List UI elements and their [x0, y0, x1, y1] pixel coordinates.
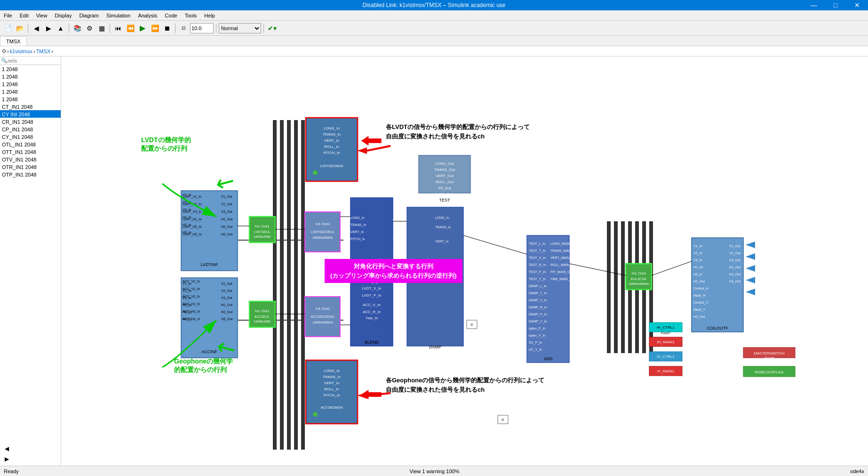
menu-view[interactable]: View: [32, 10, 51, 21]
svg-line-204: [463, 235, 527, 254]
svg-text:In1 Out1: In1 Out1: [255, 224, 270, 228]
sidebar-item-2[interactable]: 1 2048: [0, 73, 61, 80]
check-button[interactable]: ✔▾: [266, 23, 278, 34]
svg-text:cdsMuxMat: cdsMuxMat: [254, 320, 271, 323]
tab-tmsx[interactable]: TMSX: [0, 36, 27, 46]
sidebar-item-otl[interactable]: OTL_IN1 2048: [0, 140, 61, 148]
svg-text:LVDT2EUL: LVDT2EUL: [254, 230, 271, 234]
svg-text:DAMP_T_In: DAMP_T_In: [529, 291, 547, 295]
svg-text:H2_Out: H2_Out: [729, 273, 741, 276]
svg-text:H3_Out: H3_Out: [221, 317, 232, 321]
menu-display[interactable]: Display: [51, 10, 75, 21]
new-button[interactable]: 📄: [2, 23, 13, 34]
svg-text:Pit_Out: Pit_Out: [438, 186, 451, 190]
run-button[interactable]: ▶: [137, 23, 148, 34]
sim-time-input[interactable]: 10.0: [190, 23, 214, 33]
bc-k1vistmsx[interactable]: k1vistmsx: [10, 48, 32, 54]
svg-text:From5: From5: [764, 356, 774, 360]
sidebar-item-ott[interactable]: OTT_IN1 2048: [0, 148, 61, 155]
menu-analysis[interactable]: Analysis: [134, 10, 161, 21]
svg-text:H1_Out: H1_Out: [221, 303, 232, 307]
svg-text:TEST_V_In: TEST_V_In: [529, 256, 546, 260]
svg-text:TRANS_In: TRANS_In: [350, 223, 366, 227]
step-back-button[interactable]: ⏪: [125, 23, 136, 34]
svg-text:V1_Out: V1_Out: [221, 282, 232, 286]
svg-text:H2_In: H2_In: [693, 273, 702, 276]
svg-text:ACC_V3_In: ACC_V3_In: [183, 295, 200, 299]
sidebar-collapse-btn[interactable]: ◀: [2, 444, 11, 453]
simulink-canvas[interactable]: LVDTINF LDVT_V1_In LDVT_V2_In LDVT_V3_In…: [61, 56, 868, 466]
rewind-button[interactable]: ⏮: [112, 23, 124, 34]
svg-text:PITCH_In: PITCH_In: [323, 151, 340, 155]
sidebar-search[interactable]: 🔍: [0, 56, 61, 65]
search-icon: 🔍: [1, 57, 8, 64]
svg-text:H3_Out: H3_Out: [693, 280, 705, 283]
menu-simulation[interactable]: Simulation: [103, 10, 134, 21]
sidebar-item-1[interactable]: 1 2048: [0, 65, 61, 73]
forward-button[interactable]: ▶: [43, 23, 54, 34]
svg-point-77: [313, 170, 318, 175]
svg-text:V1_In: V1_In: [183, 193, 191, 197]
titlebar: Disabled Link: k1vistmsx/TMSX – Simulink…: [0, 0, 868, 10]
close-button[interactable]: ✕: [846, 0, 868, 10]
sidebar-item-otr[interactable]: OTR_IN1 2048: [0, 163, 61, 170]
svg-text:VERT_MAIN_Out: VERT_MAIN_Out: [550, 256, 576, 260]
sep3: [110, 24, 110, 33]
svg-text:ACC_R_In: ACC_R_In: [363, 310, 381, 314]
svg-text:V2_In: V2_In: [693, 251, 702, 255]
sidebar-item-3[interactable]: 1 2048: [0, 80, 61, 88]
zoom-fit-button[interactable]: ⊡: [178, 23, 189, 34]
open-button[interactable]: 📂: [14, 23, 25, 34]
svg-text:LONG_In: LONG_In: [435, 216, 449, 220]
sep5: [216, 24, 216, 33]
svg-text:V1_In: V1_In: [693, 244, 702, 248]
menu-help[interactable]: Help: [200, 10, 219, 21]
menu-diagram[interactable]: Diagram: [75, 10, 103, 21]
svg-text:LONG_Out: LONG_Out: [464, 216, 483, 220]
svg-text:cdsMuxMatrix: cdsMuxMatrix: [312, 236, 333, 239]
svg-text:WDBLOCKFLAG: WDBLOCKFLAG: [755, 370, 783, 374]
svg-text:DAMP_V_In: DAMP_V_In: [529, 299, 547, 302]
menu-edit[interactable]: Edit: [16, 10, 32, 21]
stop-button[interactable]: ⏹: [161, 23, 173, 34]
sim-mode-select[interactable]: Normal Accelerator Rapid Accelerator Ext…: [219, 23, 261, 33]
search-input[interactable]: [8, 58, 60, 64]
svg-text:V1_Out: V1_Out: [729, 244, 741, 248]
svg-text:Mask_H: Mask_H: [693, 294, 706, 298]
back-button[interactable]: ◀: [31, 23, 42, 34]
sidebar-item-cp[interactable]: CP_IN1 2048: [0, 125, 61, 133]
sidebar-item-4[interactable]: 1 2048: [0, 88, 61, 95]
sidebar-item-otv[interactable]: OTV_IN1 2048: [0, 155, 61, 163]
library-button[interactable]: 📚: [72, 23, 83, 34]
minimize-button[interactable]: —: [803, 0, 825, 10]
svg-text:LVDT_V_In: LVDT_V_In: [362, 286, 382, 290]
settings-button[interactable]: ⚙: [84, 23, 95, 34]
sidebar-item-cv[interactable]: CY INI 2048: [0, 110, 61, 118]
sidebar-item-ct[interactable]: CT_IN1 2048: [0, 103, 61, 110]
up-button[interactable]: ▲: [55, 23, 66, 34]
sep4: [175, 24, 175, 33]
menubar: File Edit View Display Diagram Simulatio…: [0, 10, 868, 21]
sidebar-expand-btn[interactable]: ▶: [2, 454, 11, 464]
maximize-button[interactable]: □: [825, 0, 846, 10]
svg-text:IH_MAIN1: IH_MAIN1: [657, 340, 675, 344]
svg-text:H2_Out: H2_Out: [221, 225, 232, 229]
svg-text:TEST_P_In: TEST_P_In: [529, 270, 546, 274]
svg-text:V3_Out: V3_Out: [729, 258, 741, 262]
sep6: [263, 24, 264, 33]
sidebar-item-otp[interactable]: OTP_IN1 2048: [0, 170, 61, 178]
step-forward-button[interactable]: ⏩: [149, 23, 160, 34]
sidebar-item-cr[interactable]: CR_IN1 2048: [0, 118, 61, 125]
menu-tools[interactable]: Tools: [181, 10, 201, 21]
svg-text:VERT_In: VERT_In: [435, 240, 448, 243]
menu-code[interactable]: Code: [161, 10, 181, 21]
menu-file[interactable]: File: [0, 10, 16, 21]
svg-text:V2_Out: V2_Out: [221, 289, 232, 293]
sidebar-item-cy[interactable]: CY_IN1 2048: [0, 133, 61, 140]
svg-text:In1 Out1: In1 Out1: [255, 309, 270, 313]
bc-tmsx[interactable]: TMSX: [36, 48, 51, 54]
display-button[interactable]: ▦: [96, 23, 107, 34]
svg-text:ACC_H1_In: ACC_H1_In: [183, 302, 200, 306]
sidebar-item-5[interactable]: 1 2048: [0, 95, 61, 103]
svg-text:In1 Out1: In1 Out1: [632, 271, 646, 275]
